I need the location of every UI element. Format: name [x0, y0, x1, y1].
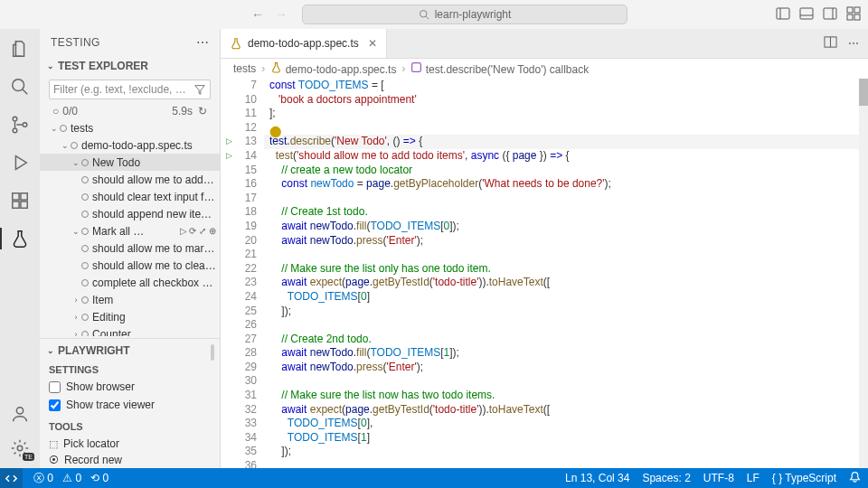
status-ports[interactable]: ⟲ 0 [90, 472, 108, 484]
checkbox[interactable] [49, 381, 61, 393]
tree-item[interactable]: should allow me to clea… [40, 257, 220, 274]
svg-rect-19 [13, 202, 19, 208]
layout-panel-icon[interactable] [799, 6, 814, 23]
svg-rect-2 [777, 8, 789, 19]
activity-bar: TE [0, 29, 40, 468]
svg-line-1 [426, 16, 429, 19]
svg-marker-17 [15, 156, 26, 170]
svg-rect-4 [800, 8, 813, 19]
accounts-icon[interactable] [9, 403, 31, 425]
tool-row[interactable]: ⬚Pick locator [40, 436, 220, 452]
notifications-icon[interactable] [849, 471, 861, 485]
eol[interactable]: LF [747, 472, 760, 484]
svg-rect-21 [21, 193, 27, 200]
svg-point-0 [420, 11, 427, 18]
status-bar: ⓧ 0 ⚠ 0 ⟲ 0 Ln 13, Col 34 Spaces: 2 UTF-… [0, 468, 868, 488]
breadcrumb-item[interactable]: test.describe('New Todo') callback [410, 61, 589, 76]
search-icon [419, 9, 429, 20]
settings-label: SETTINGS [49, 364, 211, 375]
tab-label: demo-todo-app.spec.ts [248, 37, 359, 50]
settings-icon[interactable]: TE [9, 437, 31, 459]
layout-customize-icon[interactable] [846, 6, 861, 23]
nav-back[interactable]: ← [251, 7, 264, 22]
filter-placeholder: Filter (e.g. text, !exclude, … [53, 83, 186, 96]
svg-point-23 [17, 446, 23, 451]
test-time: 5.9s [172, 105, 193, 117]
tree-item[interactable]: should allow me to mar… [40, 239, 220, 257]
status-errors[interactable]: ⓧ 0 [33, 471, 53, 486]
tree-item[interactable]: ⌄tests [40, 119, 220, 136]
editor: demo-todo-app.spec.ts ✕ ⋯ tests› demo-to… [221, 29, 868, 468]
sidebar-more-icon[interactable]: ⋯ [196, 35, 209, 50]
titlebar: ← → learn-playwright [0, 0, 868, 29]
indent[interactable]: Spaces: 2 [642, 472, 690, 484]
extensions-icon[interactable] [9, 190, 31, 211]
test-count: 0/0 [62, 105, 78, 117]
status-warnings[interactable]: ⚠ 0 [62, 472, 81, 484]
svg-point-16 [23, 123, 27, 127]
sidebar-title: TESTING [51, 36, 100, 49]
tree-item[interactable]: ›Editing [40, 308, 220, 325]
svg-rect-6 [824, 8, 836, 19]
search-activity-icon[interactable] [9, 76, 31, 98]
tree-item[interactable]: ⌄demo-todo-app.spec.ts [40, 136, 220, 154]
debug-icon[interactable] [9, 152, 31, 174]
test-filter-input[interactable]: Filter (e.g. text, !exclude, … [49, 80, 211, 99]
refresh-icon[interactable]: ↻ [198, 105, 207, 117]
nav-forward[interactable]: → [275, 7, 288, 22]
svg-rect-8 [847, 7, 853, 13]
tree-item[interactable]: ⌄Mark all …▷ ⟳ ⤢ ⊕ [40, 222, 220, 239]
language-mode[interactable]: { } TypeScript [772, 472, 836, 484]
tree-item[interactable]: should clear text input f… [40, 188, 220, 205]
line-numbers: 7101112131415161718192021222324252627282… [237, 79, 264, 468]
test-tree[interactable]: ⌄tests⌄demo-todo-app.spec.ts⌄New Todosho… [40, 119, 220, 336]
tree-item[interactable]: ›Counter [40, 325, 220, 336]
svg-rect-11 [854, 14, 860, 20]
tree-item[interactable]: ›Item [40, 291, 220, 308]
svg-line-13 [23, 89, 28, 95]
workspace-title: learn-playwright [435, 8, 512, 21]
svg-rect-18 [13, 193, 19, 200]
tool-row[interactable]: ⦿Record new [40, 452, 220, 468]
svg-point-14 [13, 117, 17, 121]
svg-point-22 [16, 408, 23, 414]
editor-more-icon[interactable]: ⋯ [848, 37, 859, 50]
tab-demo-todo[interactable]: demo-todo-app.spec.ts ✕ [221, 29, 387, 58]
filter-icon [193, 83, 206, 96]
testing-icon[interactable] [9, 228, 31, 249]
svg-rect-9 [854, 7, 860, 13]
layout-sidebar-right-icon[interactable] [823, 6, 837, 23]
minimap[interactable] [859, 79, 868, 468]
layout-sidebar-left-icon[interactable] [776, 6, 790, 23]
gutter[interactable]: ▷▷ [221, 79, 237, 468]
explorer-icon[interactable] [9, 38, 31, 60]
tree-item[interactable]: ⌄New Todo [40, 154, 220, 171]
remote-icon[interactable] [0, 468, 23, 488]
scm-icon[interactable] [9, 114, 31, 136]
tree-item[interactable]: complete all checkbox s… [40, 274, 220, 291]
command-center[interactable]: learn-playwright [302, 5, 627, 24]
split-editor-icon[interactable] [824, 35, 837, 52]
setting-row[interactable]: Show trace viewer [49, 396, 211, 414]
breadcrumb-item[interactable]: tests [233, 62, 256, 75]
svg-rect-10 [847, 14, 853, 20]
svg-rect-26 [412, 62, 421, 71]
setting-row[interactable]: Show browser [49, 378, 211, 396]
svg-point-15 [13, 128, 17, 133]
svg-rect-20 [21, 202, 27, 208]
breadcrumb[interactable]: tests› demo-todo-app.spec.ts› test.descr… [221, 59, 868, 79]
test-explorer-section[interactable]: TEST EXPLORER [58, 60, 148, 72]
breadcrumb-item[interactable]: demo-todo-app.spec.ts [270, 61, 396, 76]
flask-icon [230, 37, 242, 50]
checkbox[interactable] [49, 399, 61, 411]
tools-label: TOOLS [40, 418, 220, 436]
tree-item[interactable]: should allow me to add … [40, 171, 220, 188]
tree-item[interactable]: should append new ite… [40, 205, 220, 222]
cursor-position[interactable]: Ln 13, Col 34 [565, 472, 629, 484]
encoding[interactable]: UTF-8 [703, 472, 734, 484]
close-icon[interactable]: ✕ [368, 37, 377, 50]
testing-sidebar: TESTING⋯ ⌄TEST EXPLORER Filter (e.g. tex… [40, 29, 221, 468]
code-content[interactable]: const TODO_ITEMS = [ 'book a doctors app… [264, 79, 868, 468]
playwright-section[interactable]: PLAYWRIGHT [58, 344, 130, 357]
svg-point-12 [13, 80, 24, 91]
